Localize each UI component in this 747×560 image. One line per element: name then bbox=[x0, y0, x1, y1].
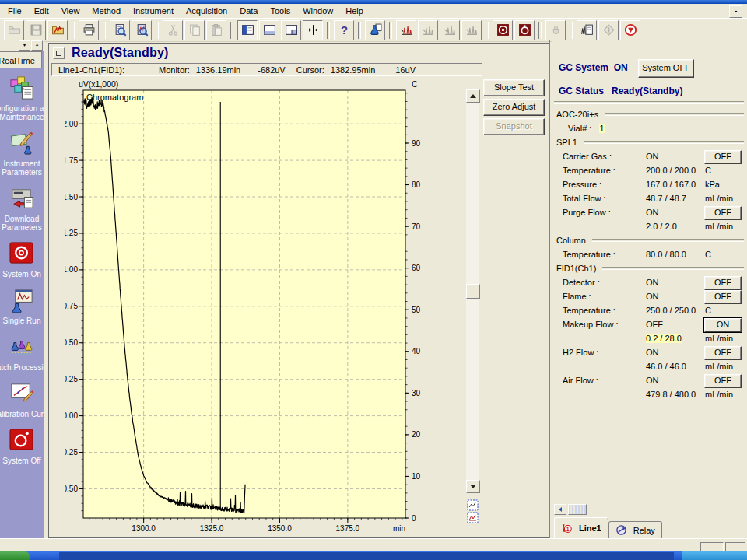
param-label: Purge Flow : bbox=[552, 208, 640, 217]
gc-row-flame-: Flame :ONOFF bbox=[552, 289, 747, 303]
print-button[interactable] bbox=[79, 20, 99, 40]
standby-button[interactable] bbox=[545, 20, 566, 40]
flame-off-button[interactable]: OFF bbox=[704, 290, 742, 304]
close-icon[interactable]: × bbox=[31, 40, 43, 51]
chart-scrollbar[interactable] bbox=[466, 89, 479, 493]
instrument-parameters-button[interactable] bbox=[365, 20, 385, 40]
sidebar-item-batch-processing[interactable]: Batch Processing bbox=[0, 334, 44, 372]
assistant-bar-button[interactable] bbox=[237, 20, 258, 40]
sidebar-item-calibration-curve[interactable]: Calibration Curve bbox=[0, 380, 44, 418]
air-flow-off-button[interactable]: OFF bbox=[704, 374, 742, 388]
zoom-view-icon[interactable] bbox=[467, 499, 479, 511]
svg-text:1.00: 1.00 bbox=[65, 265, 78, 274]
system-off-button[interactable]: System OFF bbox=[638, 59, 694, 78]
menu-item-file[interactable]: File bbox=[2, 5, 28, 16]
scroll-left-icon[interactable] bbox=[554, 504, 566, 515]
sidebar-item-configuration-maintenance[interactable]: Configuration and Maintenance bbox=[0, 75, 44, 121]
status-bar bbox=[0, 538, 747, 552]
window-restore-icon[interactable] bbox=[53, 47, 65, 59]
gc-row-purge-flow-: Purge Flow :ONOFF bbox=[552, 205, 747, 219]
information-window-button[interactable] bbox=[281, 20, 301, 40]
open-button[interactable] bbox=[4, 20, 24, 40]
peak-monitor-2-button[interactable] bbox=[418, 20, 438, 40]
menu-item-instrument[interactable]: Instrument bbox=[127, 5, 180, 16]
scroll-thumb[interactable] bbox=[466, 284, 480, 299]
hscroll-thumb[interactable] bbox=[568, 504, 587, 515]
svg-text:1325.0: 1325.0 bbox=[200, 524, 224, 533]
menu-item-window[interactable]: Window bbox=[296, 5, 339, 16]
scroll-down-icon[interactable] bbox=[466, 480, 480, 493]
sidebar-item-system-on[interactable]: System On bbox=[0, 240, 44, 278]
carrier-gas-off-button[interactable]: OFF bbox=[704, 150, 742, 164]
param-unit: mL/min bbox=[705, 334, 733, 343]
menu-item-acquisition[interactable]: Acquisition bbox=[180, 5, 233, 16]
param-value: ON bbox=[646, 278, 659, 287]
tab-relay[interactable]: Relay bbox=[608, 521, 662, 538]
sidebar-item-instrument-parameters[interactable]: Instrument Parameters bbox=[0, 130, 44, 177]
tuning-mode-button[interactable] bbox=[303, 20, 323, 40]
makeup-flow-on-button[interactable]: ON bbox=[704, 318, 742, 332]
section-label: FID1(Ch1) bbox=[556, 264, 596, 273]
menu-item-tools[interactable]: Tools bbox=[264, 5, 296, 16]
sidebar-item-download-parameters[interactable]: Download Parameters bbox=[0, 185, 44, 232]
cut-button[interactable] bbox=[163, 20, 183, 40]
peak-monitor-3-button[interactable] bbox=[440, 20, 460, 40]
system-off-button[interactable] bbox=[514, 20, 535, 40]
system-on-button[interactable] bbox=[493, 20, 513, 40]
save-button[interactable] bbox=[26, 20, 46, 40]
stop-button[interactable] bbox=[620, 20, 640, 40]
zero-adjust-button[interactable]: Zero Adjust bbox=[483, 99, 545, 116]
single-start-button[interactable] bbox=[598, 20, 619, 40]
tab-line1[interactable]: 1Line1 bbox=[554, 517, 608, 538]
svg-text:70: 70 bbox=[412, 222, 421, 231]
detector-off-button[interactable]: OFF bbox=[704, 276, 742, 290]
sidebar-item-system-off[interactable]: System Off bbox=[0, 427, 44, 465]
menu-item-view[interactable]: View bbox=[55, 5, 86, 16]
taskbar-app-button[interactable] bbox=[59, 552, 674, 560]
param-unit: C bbox=[705, 166, 711, 175]
paste-button[interactable] bbox=[206, 20, 226, 40]
mini-hscrollbar[interactable] bbox=[554, 504, 587, 515]
menu-item-edit[interactable]: Edit bbox=[28, 5, 55, 16]
section-rule bbox=[584, 141, 744, 144]
chromatogram-chart[interactable]: 2.001.751.501.251.000.750.500.250.00-0.2… bbox=[65, 79, 431, 534]
snapshot-button[interactable]: Snapshot bbox=[483, 118, 545, 135]
toolbar-separator bbox=[538, 22, 542, 39]
section-label: Column bbox=[556, 236, 586, 245]
zoom-reset-icon[interactable] bbox=[467, 512, 479, 523]
svg-text:-0.25: -0.25 bbox=[65, 448, 78, 457]
purge-flow-off-button[interactable]: OFF bbox=[704, 206, 742, 220]
start-button[interactable] bbox=[0, 551, 30, 560]
gc-row-pressure-: Pressure :167.0 / 167.0kPa bbox=[552, 177, 747, 191]
param-value: 0.2 / 28.0 bbox=[646, 334, 682, 343]
open-data-file-button[interactable] bbox=[47, 20, 68, 40]
menu-item-method[interactable]: Method bbox=[86, 5, 127, 16]
gc-system-label: GC System ON bbox=[559, 62, 628, 73]
report-preview-button[interactable] bbox=[110, 20, 130, 40]
gc-row-air-flow-: Air Flow :ONOFF bbox=[552, 373, 747, 387]
taskbar bbox=[0, 551, 747, 560]
method-preview-button[interactable] bbox=[132, 20, 152, 40]
menu-item-help[interactable]: Help bbox=[339, 5, 370, 16]
divider-line bbox=[554, 101, 744, 104]
svg-text:60: 60 bbox=[412, 264, 421, 272]
slope-test-button[interactable]: Slope Test bbox=[483, 79, 545, 96]
gc-status-label: GC Status Ready(Standby) bbox=[559, 86, 682, 96]
help-button[interactable]: ? bbox=[334, 20, 354, 40]
cursor-time: 1382.95min bbox=[331, 65, 376, 75]
peak-monitor-4-button[interactable] bbox=[461, 20, 482, 40]
menu-item-data[interactable]: Data bbox=[233, 5, 264, 16]
single-run-icon bbox=[9, 287, 35, 314]
batch-start-button[interactable] bbox=[577, 20, 597, 40]
peak-monitor-button[interactable] bbox=[396, 20, 416, 40]
h2-flow-off-button[interactable]: OFF bbox=[704, 346, 742, 360]
chevron-down-icon[interactable]: ▾ bbox=[19, 40, 30, 51]
minimize-button[interactable]: - bbox=[729, 5, 742, 18]
scroll-up-icon[interactable] bbox=[466, 89, 480, 103]
svg-text:1300.0: 1300.0 bbox=[132, 524, 156, 533]
output-window-button[interactable] bbox=[259, 20, 279, 40]
sidebar-item-single-run[interactable]: Single Run bbox=[0, 287, 44, 325]
tab-realtime[interactable]: RealTime bbox=[0, 51, 42, 68]
monitor-label: Monitor: bbox=[159, 65, 190, 75]
copy-button[interactable] bbox=[184, 20, 205, 40]
